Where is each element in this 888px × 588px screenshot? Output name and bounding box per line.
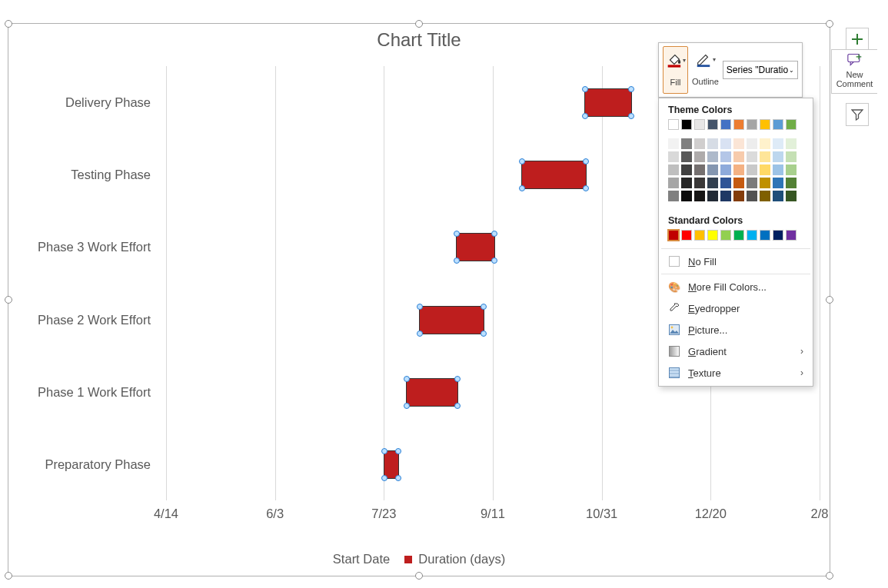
color-swatch[interactable] <box>733 230 744 241</box>
color-swatch[interactable] <box>786 164 797 175</box>
color-swatch[interactable] <box>773 119 783 130</box>
resize-handle[interactable] <box>5 572 12 580</box>
series-selection-handle[interactable] <box>417 331 423 337</box>
color-swatch[interactable] <box>760 230 770 241</box>
series-selection-handle[interactable] <box>395 475 401 481</box>
series-selection-handle[interactable] <box>454 376 461 382</box>
series-selection-handle[interactable] <box>404 403 410 409</box>
resize-handle[interactable] <box>415 20 423 28</box>
color-swatch[interactable] <box>668 138 679 149</box>
series-selection-handle[interactable] <box>583 185 589 191</box>
color-swatch[interactable] <box>694 164 705 175</box>
color-swatch[interactable] <box>681 119 692 130</box>
color-swatch[interactable] <box>694 138 705 149</box>
series-selection-handle[interactable] <box>491 231 497 237</box>
color-swatch[interactable] <box>694 191 705 201</box>
color-swatch[interactable] <box>681 138 692 149</box>
color-swatch[interactable] <box>733 164 744 175</box>
chart-filters-button[interactable] <box>846 103 869 126</box>
color-swatch[interactable] <box>786 230 797 241</box>
data-bar[interactable] <box>419 306 484 334</box>
resize-handle[interactable] <box>5 20 12 28</box>
color-swatch[interactable] <box>773 178 783 188</box>
color-swatch[interactable] <box>760 191 770 201</box>
color-swatch[interactable] <box>760 164 770 175</box>
color-swatch[interactable] <box>786 151 797 162</box>
color-swatch[interactable] <box>786 138 797 149</box>
color-swatch[interactable] <box>773 164 783 175</box>
eyedropper-item[interactable]: Eyedropper <box>659 297 813 319</box>
series-selection-handle[interactable] <box>519 185 525 191</box>
color-swatch[interactable] <box>707 178 718 188</box>
color-swatch[interactable] <box>720 164 731 175</box>
series-selection-handle[interactable] <box>583 158 589 164</box>
series-selection-handle[interactable] <box>454 257 460 264</box>
color-swatch[interactable] <box>720 230 731 241</box>
picture-item[interactable]: Picture... <box>659 319 813 341</box>
color-swatch[interactable] <box>668 119 679 130</box>
data-bar[interactable] <box>406 378 458 407</box>
color-swatch[interactable] <box>720 119 731 130</box>
series-selection-handle[interactable] <box>395 448 401 454</box>
new-comment-button[interactable]: New Comment <box>831 49 877 94</box>
gradient-item[interactable]: Gradient › <box>659 341 813 362</box>
color-swatch[interactable] <box>681 151 692 162</box>
color-swatch[interactable] <box>694 178 705 188</box>
series-selection-handle[interactable] <box>454 403 461 409</box>
color-swatch[interactable] <box>668 230 679 241</box>
fill-button[interactable]: ▾ Fill <box>663 46 688 94</box>
data-bar[interactable] <box>384 450 399 479</box>
color-swatch[interactable] <box>720 151 731 162</box>
color-swatch[interactable] <box>760 178 770 188</box>
color-swatch[interactable] <box>694 230 705 241</box>
chart-elements-button[interactable] <box>846 28 869 51</box>
color-swatch[interactable] <box>694 151 705 162</box>
color-swatch[interactable] <box>733 138 744 149</box>
color-swatch[interactable] <box>681 230 692 241</box>
no-fill-item[interactable]: No Fill <box>659 251 813 272</box>
color-swatch[interactable] <box>707 151 718 162</box>
series-selection-handle[interactable] <box>628 86 634 92</box>
color-swatch[interactable] <box>733 151 744 162</box>
series-selector[interactable]: Series "Duratio ⌄ <box>723 61 798 79</box>
color-swatch[interactable] <box>694 119 705 130</box>
color-swatch[interactable] <box>720 178 731 188</box>
color-swatch[interactable] <box>786 178 797 188</box>
color-swatch[interactable] <box>747 164 757 175</box>
color-swatch[interactable] <box>760 138 770 149</box>
more-colors-item[interactable]: 🎨 More Fill Colors... <box>659 276 813 297</box>
resize-handle[interactable] <box>826 296 833 304</box>
color-swatch[interactable] <box>668 178 679 188</box>
color-swatch[interactable] <box>747 151 757 162</box>
data-bar[interactable] <box>456 233 495 261</box>
color-swatch[interactable] <box>773 191 783 201</box>
color-swatch[interactable] <box>733 178 744 188</box>
series-selection-handle[interactable] <box>454 231 460 237</box>
series-selection-handle[interactable] <box>628 113 634 119</box>
color-swatch[interactable] <box>707 164 718 175</box>
series-selection-handle[interactable] <box>582 113 588 119</box>
color-swatch[interactable] <box>760 151 770 162</box>
resize-handle[interactable] <box>826 572 833 580</box>
color-swatch[interactable] <box>681 191 692 201</box>
outline-button[interactable]: ▾ Outline <box>691 46 720 94</box>
chart-legend[interactable]: Start Date Duration (days) <box>8 551 830 566</box>
color-swatch[interactable] <box>668 164 679 175</box>
color-swatch[interactable] <box>747 178 757 188</box>
color-swatch[interactable] <box>786 191 797 201</box>
resize-handle[interactable] <box>826 20 833 28</box>
color-swatch[interactable] <box>760 119 770 130</box>
series-selection-handle[interactable] <box>481 304 487 310</box>
series-selection-handle[interactable] <box>381 448 387 454</box>
color-swatch[interactable] <box>747 138 757 149</box>
color-swatch[interactable] <box>747 191 757 201</box>
color-swatch[interactable] <box>733 119 744 130</box>
color-swatch[interactable] <box>720 191 731 201</box>
color-swatch[interactable] <box>773 230 783 241</box>
color-swatch[interactable] <box>707 191 718 201</box>
series-selection-handle[interactable] <box>519 158 525 164</box>
series-selection-handle[interactable] <box>404 376 410 382</box>
series-selection-handle[interactable] <box>481 331 487 337</box>
color-swatch[interactable] <box>707 230 718 241</box>
resize-handle[interactable] <box>415 572 423 580</box>
